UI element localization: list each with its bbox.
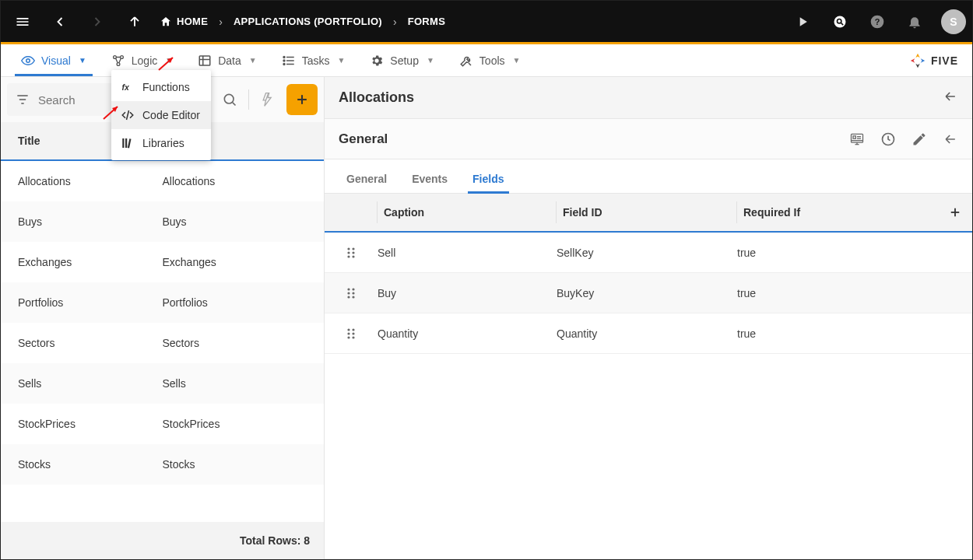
add-field-button[interactable] [938,205,972,219]
svg-line-26 [233,103,236,106]
svg-point-54 [352,332,354,334]
svg-point-0 [834,16,846,27]
table-row[interactable]: StockPricesStockPrices [1,404,324,444]
svg-point-56 [352,336,354,338]
menu-item-libraries[interactable]: Libraries [111,129,211,157]
back-section-icon[interactable] [943,131,958,147]
svg-marker-18 [915,53,920,58]
back-arrow-icon[interactable] [943,89,958,107]
detail-header: Allocations [325,77,972,119]
section-title: General [339,131,388,147]
drag-handle-icon[interactable] [325,327,378,340]
back-icon[interactable] [44,6,76,37]
detail-title: Allocations [339,89,414,106]
chevron-down-icon: ▼ [165,56,173,65]
tab-visual[interactable]: Visual▼ [9,44,99,76]
chevron-down-icon: ▼ [427,56,434,65]
subtab-events[interactable]: Events [399,165,460,193]
svg-point-43 [347,255,350,257]
history-icon[interactable] [880,131,896,147]
svg-point-51 [347,328,350,331]
sub-tabs: General Events Fields [325,159,972,194]
svg-marker-21 [915,63,920,68]
svg-point-48 [352,292,354,294]
breadcrumb-forms[interactable]: FORMS [408,16,445,27]
svg-point-47 [347,292,350,294]
svg-point-42 [352,251,354,254]
drag-handle-icon[interactable] [325,247,378,259]
svg-point-15 [283,56,285,58]
svg-point-41 [347,251,350,254]
drag-handle-icon[interactable] [325,287,378,299]
chevron-down-icon: ▼ [337,56,345,65]
chevron-down-icon: ▼ [249,56,257,65]
table-row[interactable]: PortfoliosPortfolios [1,282,324,323]
tab-tasks[interactable]: Tasks▼ [269,44,358,76]
svg-point-16 [283,60,285,61]
svg-point-5 [26,58,30,62]
col-field-id[interactable]: Field ID [557,201,737,224]
svg-point-39 [347,247,350,250]
svg-point-52 [352,328,354,331]
magnify-icon[interactable] [824,6,855,37]
play-icon[interactable] [787,6,818,37]
svg-point-44 [352,255,354,257]
menu-icon[interactable] [7,6,38,37]
svg-point-40 [352,247,354,250]
filter-icon[interactable] [13,84,32,115]
avatar[interactable]: S [941,9,966,34]
preview-icon[interactable] [849,131,865,147]
svg-point-53 [347,332,350,334]
edit-icon[interactable] [912,131,927,147]
table-row[interactable]: SellsSells [1,363,324,404]
col-required-if[interactable]: Required If [737,206,938,219]
chevron-right-icon: › [219,16,223,28]
svg-point-46 [352,288,354,290]
tab-tools[interactable]: Tools▼ [447,44,533,76]
svg-point-49 [347,296,350,298]
logic-dropdown: fx Functions Code Editor Libraries [111,70,211,160]
svg-rect-59 [125,138,127,148]
table-row[interactable]: BuysBuys [1,201,324,242]
top-bar: HOME › APPLICATIONS (PORTFOLIO) › FORMS … [1,1,972,42]
add-button[interactable] [286,84,318,115]
right-panel: Allocations General General Events Field… [325,77,972,559]
brand-logo: FIVE [909,52,964,69]
tab-setup[interactable]: Setup▼ [357,44,447,76]
list-footer: Total Rows: 8 [1,522,324,559]
menu-item-code-editor[interactable]: Code Editor [111,101,211,129]
help-icon[interactable]: ? [862,6,893,37]
table-row[interactable]: AllocationsAllocations [1,161,324,201]
lightning-icon[interactable] [252,84,283,115]
table-row[interactable]: StocksStocks [1,444,324,485]
subtab-general[interactable]: General [334,165,399,193]
breadcrumb: HOME › APPLICATIONS (PORTFOLIO) › FORMS [160,16,445,28]
section-header: General [325,119,972,159]
svg-point-7 [120,55,123,58]
svg-point-6 [113,55,116,58]
svg-rect-58 [122,138,124,148]
table-row[interactable]: ExchangesExchanges [1,242,324,282]
svg-rect-33 [853,135,855,138]
svg-marker-20 [921,58,926,63]
fields-header: Caption Field ID Required If [325,194,972,233]
subtab-fields[interactable]: Fields [460,165,516,193]
bell-icon[interactable] [899,6,930,37]
fields-body: Sell SellKey true Buy BuyKey true Quanti… [325,233,972,354]
table-row[interactable]: SectorsSectors [1,323,324,363]
menu-item-functions[interactable]: fx Functions [111,73,211,101]
breadcrumb-home[interactable]: HOME [160,16,208,28]
svg-text:?: ? [875,17,880,26]
breadcrumb-applications[interactable]: APPLICATIONS (PORTFOLIO) [234,16,382,27]
field-row[interactable]: Quantity Quantity true [325,313,972,354]
col-caption[interactable]: Caption [378,201,557,224]
field-row[interactable]: Buy BuyKey true [325,273,972,313]
field-row[interactable]: Sell SellKey true [325,233,972,273]
svg-marker-19 [911,58,915,63]
svg-point-45 [347,288,350,290]
up-icon[interactable] [119,6,150,37]
svg-rect-9 [199,56,210,65]
search-icon[interactable] [214,84,245,115]
forward-icon [82,6,113,37]
svg-text:fx: fx [122,82,130,92]
